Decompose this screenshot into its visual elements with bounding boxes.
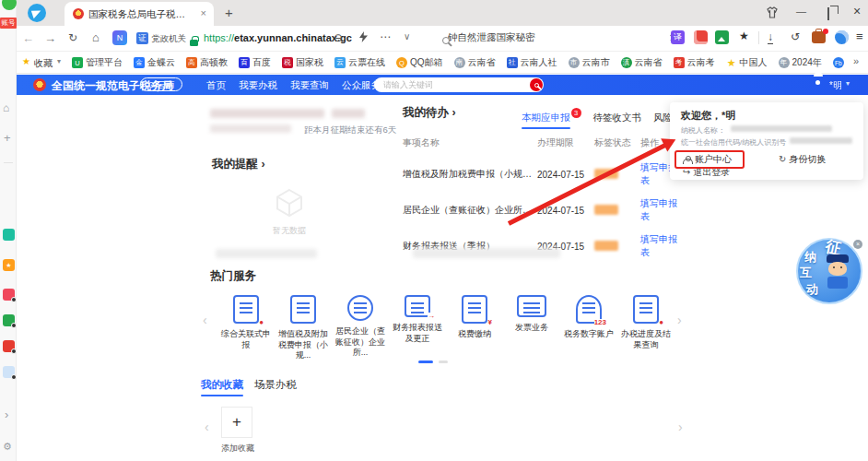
ai-app-icon[interactable]: N: [112, 30, 127, 45]
download-icon[interactable]: ↓: [768, 31, 773, 44]
close-button[interactable]: ×: [853, 4, 861, 18]
carousel-dot[interactable]: [439, 361, 448, 363]
favorites-root-label[interactable]: 收藏: [34, 57, 53, 70]
dock-app-pink-icon[interactable]: [3, 289, 15, 301]
bookmark-item[interactable]: 滇云南省: [621, 56, 663, 69]
back-icon[interactable]: ←: [22, 32, 34, 44]
undo-icon[interactable]: ↺: [791, 31, 800, 42]
bookmark-item[interactable]: 社云南人社: [507, 56, 557, 69]
service-tax-payment[interactable]: ¥税费缴纳: [446, 295, 503, 361]
services-prev-icon[interactable]: ‹: [203, 313, 207, 326]
mountain-glyph: [718, 37, 725, 41]
bookmark-item[interactable]: 税国家税: [282, 56, 323, 69]
user-name[interactable]: *明: [829, 79, 842, 92]
dock-app-green-icon[interactable]: [3, 314, 15, 326]
site-badge-text: 党政机关: [151, 33, 186, 45]
zoom-out-icon[interactable]: ⊖: [334, 32, 343, 43]
add-favorite-button[interactable]: +: [221, 407, 252, 438]
service-comprehensive-filing[interactable]: ●综合关联式申报: [217, 295, 275, 361]
dock-settings-icon[interactable]: ⚙: [3, 441, 12, 453]
carousel-dot-active[interactable]: [418, 361, 433, 363]
service-vat-filing[interactable]: 增值税及附加税费申报（小规...: [275, 295, 332, 361]
extensions-star-icon[interactable]: ★: [739, 30, 749, 41]
theme-shirt-icon[interactable]: [765, 6, 780, 18]
bookmark-item[interactable]: Fb粉笔网: [833, 56, 844, 69]
tab-scenario-tax[interactable]: 场景办税: [254, 378, 297, 392]
favorites-prev-icon[interactable]: ‹: [205, 420, 209, 433]
dock-chat-icon[interactable]: [3, 229, 15, 241]
switch-identity-link[interactable]: ↻ 身份切换: [779, 153, 826, 166]
dock-home-icon[interactable]: ⌂: [3, 101, 9, 114]
lightning-icon[interactable]: [359, 31, 368, 42]
home-icon[interactable]: ⌂: [92, 31, 100, 43]
bookmark-item[interactable]: 考云南考: [674, 56, 715, 69]
favorites-star-icon[interactable]: ★: [22, 56, 30, 66]
chevron-down-icon[interactable]: ∨: [404, 32, 410, 41]
nav-home[interactable]: 首页: [206, 79, 226, 92]
bookmark-item[interactable]: 百百度: [239, 56, 271, 69]
url-field[interactable]: https://etax.yunnan.chinatax.gc: [204, 32, 352, 43]
col-deadline: 办理期限: [537, 136, 594, 149]
bookmark-item[interactable]: 南云南省: [454, 56, 496, 69]
translate-icon[interactable]: 译: [671, 30, 685, 44]
bookmark-item[interactable]: QQQ邮箱: [396, 56, 443, 69]
bookmark-label: 管理平台: [86, 56, 123, 69]
active-tab[interactable]: 国家税务总局电子税务局 ×: [65, 2, 214, 26]
dock-star-icon[interactable]: ★: [3, 259, 15, 271]
user-caret-icon[interactable]: ▾: [846, 79, 850, 88]
service-progress-inquiry[interactable]: ●办税进度及结果查询: [617, 295, 674, 361]
lock-icon[interactable]: [190, 40, 198, 46]
tab-current-filing[interactable]: 本期应申报3: [522, 112, 581, 124]
new-tab-button[interactable]: +: [225, 5, 233, 20]
image-icon[interactable]: [715, 30, 729, 44]
bookmark-item[interactable]: U管理平台: [72, 56, 123, 69]
tab-close-icon[interactable]: ×: [201, 7, 206, 18]
mascot-close-icon[interactable]: ×: [853, 240, 862, 249]
forward-icon[interactable]: →: [44, 32, 56, 44]
site-search-button[interactable]: [530, 78, 543, 91]
dock-expand-icon[interactable]: ›: [5, 408, 8, 421]
dock-app-red-icon[interactable]: [3, 340, 15, 352]
service-invoice-business[interactable]: 发票业务: [503, 295, 560, 361]
bookmarks-overflow-icon[interactable]: »: [853, 55, 859, 66]
services-next-icon[interactable]: ›: [677, 313, 682, 326]
interaction-mascot[interactable]: 征 纳 互 动 ×: [796, 238, 864, 306]
minimize-button[interactable]: —: [796, 6, 806, 17]
site-search-box[interactable]: 请输入关键词: [374, 77, 544, 92]
bookmark-item[interactable]: ★中国人: [726, 56, 768, 69]
bookmark-item[interactable]: 市云南市: [569, 56, 610, 69]
nav-tax-handling[interactable]: 我要办税: [239, 79, 277, 92]
region-switcher[interactable]: ⊙ 云南: [140, 77, 182, 91]
reminder-title[interactable]: 我的提醒 ›: [212, 157, 265, 172]
browser-logo-icon[interactable]: [835, 30, 849, 44]
favorites-caret-icon[interactable]: ▾: [57, 57, 61, 65]
pinned-tab-telegram[interactable]: [28, 4, 46, 22]
empty-text: 暂无数据: [267, 225, 311, 237]
service-financial-statements[interactable]: →财务报表报送及更正: [389, 295, 446, 361]
tab-my-favorites[interactable]: 我的收藏: [201, 378, 243, 392]
omnibox-search-input[interactable]: [448, 32, 632, 43]
bookmark-item[interactable]: 高高顿教: [186, 56, 228, 69]
more-icon[interactable]: ⋯: [380, 31, 391, 42]
fill-return-link[interactable]: 填写申报表: [640, 197, 679, 223]
dock-notes-icon[interactable]: [3, 366, 15, 378]
todo-table: 事项名称 办理期限 标签状态 操作 增值税及附加税费申报（小规模纳税人） 202…: [403, 136, 679, 259]
account-badge[interactable]: 账号: [0, 18, 17, 29]
wechat-icon[interactable]: [2, 0, 17, 10]
restore-button[interactable]: [827, 7, 829, 20]
fill-return-link[interactable]: 填写申报表: [640, 233, 679, 259]
menu-icon[interactable]: ≡: [856, 30, 863, 42]
nav-inquiry[interactable]: 我要查询: [290, 79, 329, 92]
reload-icon[interactable]: ↻: [68, 32, 77, 43]
bookmark-item[interactable]: 年2024年: [779, 56, 822, 69]
dock-add-icon[interactable]: +: [4, 131, 11, 145]
bookmark-item[interactable]: 金金蝶云: [134, 56, 175, 69]
games-icon[interactable]: [694, 30, 708, 44]
service-digital-account[interactable]: 123税务数字账户: [560, 295, 617, 361]
favorites-next-icon[interactable]: ›: [678, 420, 683, 433]
bookmark-item[interactable]: 云云票在线: [334, 56, 385, 69]
service-resident-enterprise-tax[interactable]: 居民企业（查账征收）企业所...: [332, 295, 389, 361]
briefcase-icon[interactable]: [812, 31, 826, 43]
tab-documents-to-sign[interactable]: 待签收文书: [593, 112, 642, 124]
todo-title[interactable]: 我的待办 ›: [403, 105, 456, 121]
